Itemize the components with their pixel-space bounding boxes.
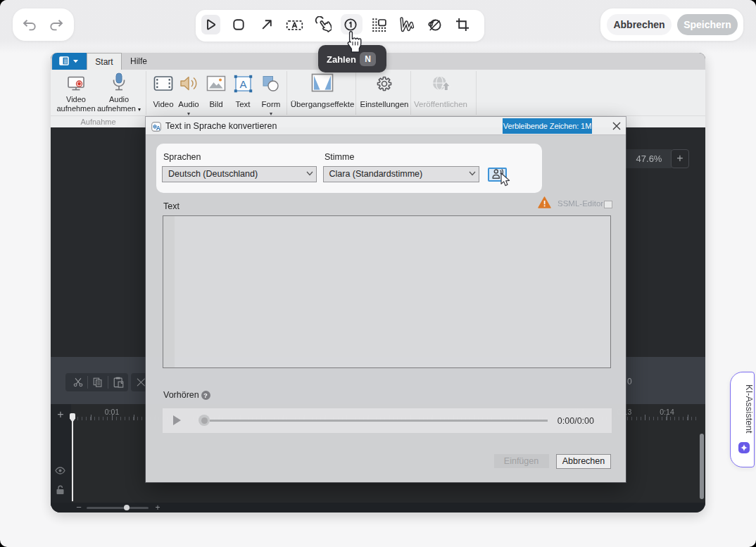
svg-text:A: A bbox=[156, 125, 160, 132]
svg-text:A: A bbox=[239, 78, 246, 90]
